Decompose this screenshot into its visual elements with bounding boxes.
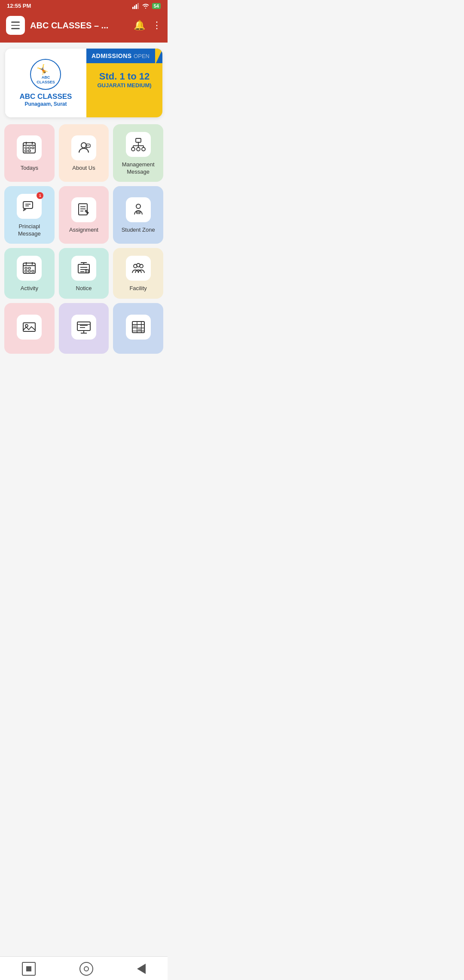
battery-display: 54 xyxy=(152,3,161,9)
menu-button[interactable] xyxy=(6,16,25,35)
svg-rect-43 xyxy=(25,270,27,272)
wifi-icon xyxy=(142,3,150,9)
svg-point-18 xyxy=(131,147,135,151)
svg-rect-57 xyxy=(23,323,35,331)
svg-rect-1 xyxy=(134,6,135,9)
status-icons: 54 xyxy=(132,3,161,9)
admissions-label: ADMISSIONS xyxy=(92,52,132,59)
grid-item-facility[interactable]: Facility xyxy=(113,248,163,299)
svg-point-16 xyxy=(88,145,89,146)
banner-school-name: ABC CLASSES xyxy=(20,92,72,101)
bell-icon[interactable]: 🔔 xyxy=(134,20,145,31)
assignment-label: Assignment xyxy=(69,227,98,234)
svg-point-34 xyxy=(136,204,140,208)
svg-rect-72 xyxy=(138,329,141,331)
grid-item-principal-message[interactable]: 1 Princiapl Message xyxy=(4,186,55,244)
std-medium: GUJARATI MEDIUM) xyxy=(92,82,157,89)
timetable-icon-box xyxy=(126,315,151,340)
svg-rect-0 xyxy=(132,7,134,9)
notice-board-icon xyxy=(76,261,91,276)
grid-item-notice[interactable]: Notice xyxy=(59,248,109,299)
todays-label: Todays xyxy=(21,165,38,172)
activity-calendar-icon xyxy=(22,261,37,276)
svg-rect-42 xyxy=(28,267,31,269)
about-us-icon-box xyxy=(71,135,96,160)
svg-rect-10 xyxy=(32,147,34,149)
notification-badge: 1 xyxy=(37,192,43,199)
header-icons: 🔔 ⋮ xyxy=(134,20,162,31)
signal-icon xyxy=(132,3,139,9)
svg-rect-9 xyxy=(28,147,31,149)
svg-point-19 xyxy=(137,147,140,151)
admissions-open: OPEN xyxy=(134,53,150,59)
svg-rect-26 xyxy=(23,202,33,208)
banner-right: ADMISSIONS OPEN Std. 1 to 12 GUJARATI ME… xyxy=(86,49,162,117)
grid-item-management-message[interactable]: Management Message xyxy=(113,124,163,182)
school-banner: 🤸 ABCCLASSES ABC CLASSES Punagaam, Surat… xyxy=(5,49,162,117)
menu-line xyxy=(11,21,20,23)
calendar-icon xyxy=(22,141,37,155)
assignment-icon-box xyxy=(71,197,96,222)
svg-rect-11 xyxy=(25,150,27,152)
more-options-icon[interactable]: ⋮ xyxy=(152,20,162,31)
svg-rect-71 xyxy=(133,325,136,328)
app-header: ABC CLASSES – ... 🔔 ⋮ xyxy=(0,12,168,43)
person-speech-icon xyxy=(76,141,91,155)
gallery-icon-box xyxy=(17,315,42,340)
grid-item-student-zone[interactable]: Student Zone xyxy=(113,186,163,244)
svg-rect-41 xyxy=(25,267,27,269)
std-range: Std. 1 to 12 xyxy=(92,71,157,82)
principal-icon-box: 1 xyxy=(17,194,42,219)
assignment-icon xyxy=(76,202,91,217)
svg-rect-17 xyxy=(136,138,141,142)
notice-icon-box xyxy=(71,256,96,281)
svg-point-58 xyxy=(25,325,28,327)
grid-item-timetable[interactable] xyxy=(113,303,163,354)
menu-grid: Todays About Us xyxy=(0,122,168,358)
activity-label: Activity xyxy=(21,285,38,292)
school-logo: 🤸 ABCCLASSES xyxy=(30,59,61,90)
banner-section: 🤸 ABCCLASSES ABC CLASSES Punagaam, Surat… xyxy=(0,43,168,122)
banner-location: Punagaam, Surat xyxy=(24,101,67,107)
presentation-icon-box xyxy=(71,315,96,340)
svg-rect-8 xyxy=(25,147,27,149)
presentation-icon xyxy=(76,320,91,334)
management-icon-box xyxy=(126,132,151,157)
facility-icon-box xyxy=(126,256,151,281)
svg-rect-29 xyxy=(79,204,87,215)
grid-item-todays[interactable]: Todays xyxy=(4,124,55,182)
admissions-bar: ADMISSIONS OPEN xyxy=(86,49,162,63)
grid-item-activity[interactable]: Activity xyxy=(4,248,55,299)
grid-item-assignment[interactable]: Assignment xyxy=(59,186,109,244)
svg-rect-45 xyxy=(32,270,34,272)
todays-icon-box xyxy=(17,135,42,160)
grid-item-presentation[interactable] xyxy=(59,303,109,354)
svg-rect-12 xyxy=(28,150,31,152)
facility-label: Facility xyxy=(129,285,147,292)
notice-label: Notice xyxy=(76,285,92,292)
principal-message-label: Princiapl Message xyxy=(18,223,41,238)
menu-line xyxy=(11,28,20,29)
activity-icon-box xyxy=(17,256,42,281)
student-zone-label: Student Zone xyxy=(122,227,155,234)
menu-line xyxy=(11,25,20,26)
banner-left: 🤸 ABCCLASSES ABC CLASSES Punagaam, Surat xyxy=(5,49,86,117)
svg-rect-44 xyxy=(28,270,31,272)
management-icon xyxy=(131,137,146,152)
group-icon xyxy=(131,261,146,276)
svg-rect-3 xyxy=(137,3,139,9)
chat-icon xyxy=(22,199,37,214)
image-icon xyxy=(22,320,37,334)
status-bar: 12:55 PM 54 xyxy=(0,0,168,12)
grid-item-gallery[interactable] xyxy=(4,303,55,354)
student-icon xyxy=(131,202,146,217)
logo-content: 🤸 ABCCLASSES xyxy=(37,64,55,85)
about-us-label: About Us xyxy=(72,165,95,172)
management-message-label: Management Message xyxy=(122,161,155,176)
grid-item-about-us[interactable]: About Us xyxy=(59,124,109,182)
svg-rect-2 xyxy=(136,4,137,9)
svg-rect-59 xyxy=(77,322,90,331)
student-zone-icon-box xyxy=(126,197,151,222)
svg-point-15 xyxy=(87,145,88,146)
timetable-icon xyxy=(131,320,146,334)
